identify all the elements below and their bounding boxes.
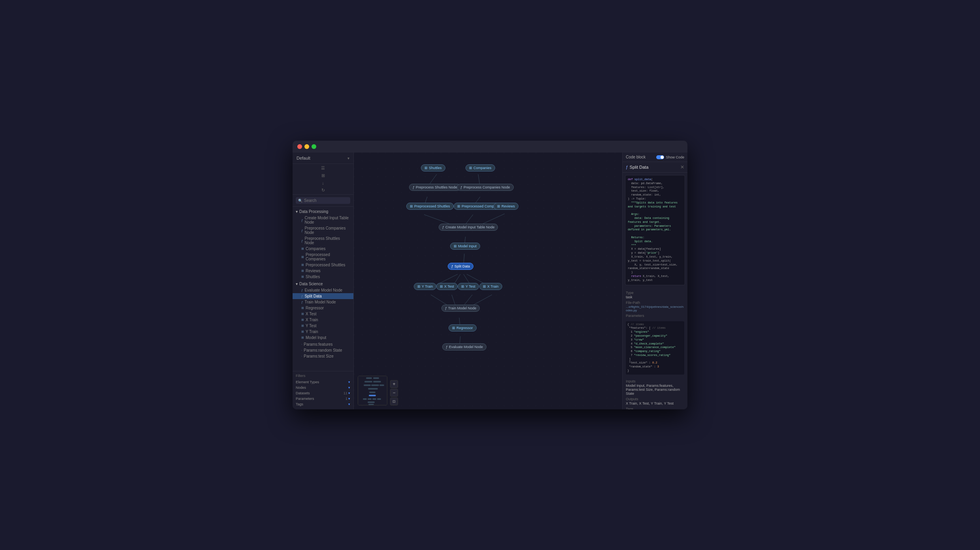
node-label: Split Data xyxy=(454,264,470,268)
chevron-icon: ▾ xyxy=(296,209,298,214)
sidebar-item-params-random-state[interactable]: · Params:random State xyxy=(293,347,353,353)
filter-row-element-types: Element Types ▾ xyxy=(296,379,350,385)
minimize-traffic-light[interactable] xyxy=(304,144,309,149)
sidebar-item-label: Evaluate Model Node xyxy=(304,288,342,292)
sidebar-item-label: Preprocess Companies Node xyxy=(304,226,350,235)
svg-rect-1 xyxy=(354,153,622,409)
node-preprocess-companies[interactable]: ƒ Preprocess Companies Node xyxy=(457,184,514,191)
sidebar-item-preprocessed-shuttles[interactable]: ⊞ Preprocessed Shuttles xyxy=(293,262,353,268)
sidebar-item-reviews[interactable]: ⊞ Reviews xyxy=(293,268,353,274)
node-label: X Train xyxy=(487,284,499,288)
node-preprocessed-shuttles[interactable]: ⊞ Preprocessed Shuttles xyxy=(406,203,454,210)
dataset-node-icon: ⊞ xyxy=(452,326,455,330)
filter-element-types-toggle[interactable]: ▾ xyxy=(348,380,350,384)
sidebar-title: Default xyxy=(297,156,310,160)
sidebar-item-label: Create Model Input Table Node xyxy=(304,216,350,224)
sidebar-item-label: Preprocessed Companies xyxy=(306,252,350,261)
node-model-input[interactable]: ⊞ Model Input xyxy=(450,243,480,250)
parameters-label: Parameters xyxy=(626,314,684,318)
right-panel-header: Code block Show Code xyxy=(623,153,687,162)
node-companies[interactable]: ⊞ Companies xyxy=(466,164,495,171)
zoom-in-button[interactable]: + xyxy=(390,380,398,388)
filter-row-datasets: Datasets 11 ▾ xyxy=(296,390,350,396)
sidebar-item-y-test[interactable]: ⊞ Y Test xyxy=(293,323,353,329)
svg-rect-25 xyxy=(364,384,371,386)
sidebar-dropdown-icon[interactable]: ▾ xyxy=(347,156,349,160)
node-label: Preprocess Shuttles Node xyxy=(416,185,457,189)
dataset-icon: ⊞ xyxy=(301,275,304,279)
sidebar-item-split-data[interactable]: ƒ Split Data xyxy=(293,293,353,299)
sidebar-item-train-model[interactable]: ƒ Train Model Node xyxy=(293,299,353,305)
sidebar-item-x-train[interactable]: ⊞ X Train xyxy=(293,317,353,323)
sidebar-item-evaluate-model[interactable]: ƒ Evaluate Model Node xyxy=(293,287,353,293)
show-code-toggle[interactable]: Show Code xyxy=(656,155,684,159)
mini-map xyxy=(358,376,387,405)
sidebar-item-create-model-input[interactable]: ƒ Create Model Input Table Node xyxy=(293,215,353,225)
filter-tags-label: Tags xyxy=(296,402,303,406)
toggle-switch-icon xyxy=(656,155,664,159)
svg-rect-28 xyxy=(368,388,378,390)
node-regressor[interactable]: ⊞ Regressor xyxy=(449,324,477,332)
filter-datasets-toggle[interactable]: ▾ xyxy=(348,391,350,395)
sidebar-item-shuttles[interactable]: ⊞ Shuttles xyxy=(293,274,353,280)
zoom-out-button[interactable]: − xyxy=(390,389,398,397)
filter-parameters-toggle[interactable]: ▾ xyxy=(348,397,350,401)
tree-section-header-data-science[interactable]: ▾ Data Science xyxy=(293,281,353,287)
dataset-node-icon: ⊞ xyxy=(457,204,460,208)
zoom-controls: + − ⊡ xyxy=(390,380,398,405)
sidebar-collapse-icon[interactable]: ☰ xyxy=(321,166,325,171)
filter-element-types-label: Element Types xyxy=(296,380,319,384)
node-label: X Test xyxy=(444,284,454,288)
tree-section-params: · Params:features · Params:random State … xyxy=(293,341,353,359)
search-input[interactable] xyxy=(304,198,348,203)
svg-rect-23 xyxy=(364,381,372,382)
node-label: Preprocessed Shuttles xyxy=(414,204,450,208)
node-train-model[interactable]: ƒ Train Model Node xyxy=(441,305,480,312)
filter-nodes-toggle[interactable]: ▾ xyxy=(348,386,350,390)
zoom-reset-button[interactable]: ⊡ xyxy=(390,397,398,405)
node-x-train[interactable]: ⊞ X Train xyxy=(479,283,502,290)
sidebar-item-params-features[interactable]: · Params:features xyxy=(293,341,353,347)
sidebar-icon-3[interactable]: ↻ xyxy=(321,188,325,193)
node-reviews[interactable]: ⊞ Reviews xyxy=(494,203,518,210)
dataset-icon: ⊞ xyxy=(301,336,304,339)
node-label: Model Input xyxy=(458,244,477,248)
node-y-test[interactable]: ⊞ Y Test xyxy=(458,283,479,290)
node-shuttles[interactable]: ⊞ Shuttles xyxy=(421,164,445,171)
sidebar-item-model-input[interactable]: ⊞ Model Input xyxy=(293,335,353,341)
close-panel-button[interactable]: ✕ xyxy=(680,164,684,170)
filter-parameters-count: 1 xyxy=(345,397,347,401)
sidebar-item-label: Params:features xyxy=(304,342,332,347)
node-create-model-input[interactable]: ƒ Create Model Input Table Node xyxy=(439,224,498,231)
svg-rect-27 xyxy=(379,384,384,386)
sidebar-icon-2[interactable]: ↓ xyxy=(322,181,324,185)
node-evaluate-model[interactable]: ƒ Evaluate Model Node xyxy=(442,343,486,350)
inputs-value: Model Input, Params:features, Params:tes… xyxy=(626,384,684,396)
filter-row-nodes: Nodes ▾ xyxy=(296,385,350,390)
node-y-train[interactable]: ⊞ Y Train xyxy=(414,283,436,290)
sidebar-icon-1[interactable]: ⊞ xyxy=(321,173,325,178)
sidebar-item-companies[interactable]: ⊞ Companies xyxy=(293,246,353,252)
node-label: Shuttles xyxy=(429,166,442,170)
info-section-2: Inputs Model Input, Params:features, Par… xyxy=(623,376,687,409)
sidebar-item-preprocess-companies[interactable]: ƒ Preprocess Companies Node xyxy=(293,225,353,235)
sidebar-item-y-train[interactable]: ⊞ Y Train xyxy=(293,329,353,335)
node-x-test[interactable]: ⊞ X Test xyxy=(436,283,458,290)
sidebar-item-params-test-size[interactable]: · Params:test Size xyxy=(293,353,353,359)
maximize-traffic-light[interactable] xyxy=(312,144,316,149)
node-preprocess-shuttles[interactable]: ƒ Preprocess Shuttles Node xyxy=(409,184,461,191)
close-traffic-light[interactable] xyxy=(297,144,302,149)
tree-section-header-data-processing[interactable]: ▾ Data Processing xyxy=(293,208,353,215)
sidebar-item-label: Preprocessed Shuttles xyxy=(306,263,345,267)
sidebar-item-label: Train Model Node xyxy=(304,300,336,304)
sidebar-item-x-test[interactable]: ⊞ X Test xyxy=(293,311,353,317)
canvas-area[interactable]: ⊞ Shuttles ⊞ Companies ƒ Preprocess Shut… xyxy=(354,153,622,409)
node-split-data[interactable]: ƒ Split Data xyxy=(448,263,473,270)
filter-tags-toggle[interactable]: ▾ xyxy=(348,402,350,406)
sidebar-item-label: Y Test xyxy=(306,324,316,328)
dataset-node-icon: ⊞ xyxy=(454,244,457,248)
sidebar-item-preprocess-shuttles[interactable]: ƒ Preprocess Shuttles Node xyxy=(293,235,353,246)
sidebar-item-regressor[interactable]: ⊞ Regressor xyxy=(293,305,353,311)
svg-rect-31 xyxy=(363,398,367,400)
sidebar-item-preprocessed-companies[interactable]: ⊞ Preprocessed Companies xyxy=(293,252,353,262)
